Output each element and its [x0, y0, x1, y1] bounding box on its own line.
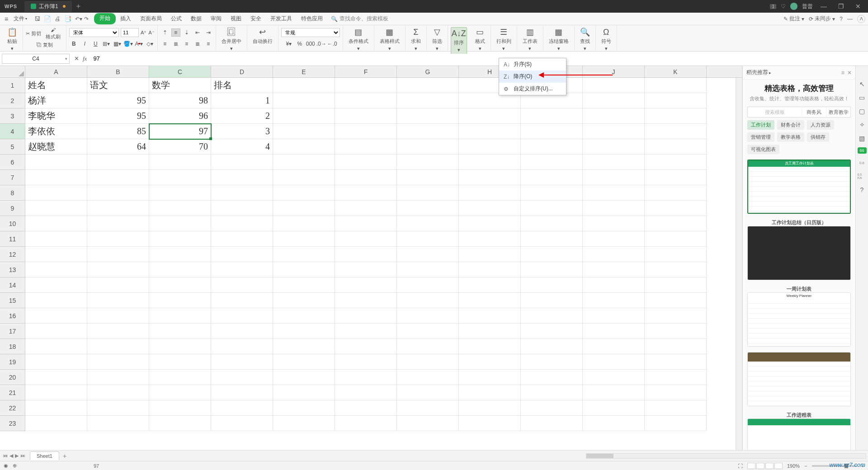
row-header[interactable]: 22 — [0, 400, 25, 416]
annotate-button[interactable]: ✎ 批注 ▾ — [783, 15, 804, 23]
zoom-level[interactable]: 190% — [787, 463, 800, 469]
cell[interactable]: 赵晓慧 — [25, 139, 87, 155]
cell[interactable] — [645, 293, 707, 308]
cell[interactable] — [397, 247, 459, 262]
cell[interactable] — [521, 324, 583, 339]
cell[interactable] — [521, 155, 583, 170]
cell[interactable] — [459, 293, 521, 308]
tab-page-layout[interactable]: 页面布局 — [136, 13, 166, 24]
horizontal-scrollbar[interactable] — [586, 453, 866, 459]
tag-hr[interactable]: 人力资源 — [807, 120, 834, 130]
cell[interactable] — [335, 108, 397, 124]
row-header[interactable]: 4 — [0, 124, 25, 139]
tag-finance[interactable]: 财务会计 — [777, 120, 804, 130]
table-style-button[interactable]: ▦表格样式▾ — [377, 27, 402, 52]
find-button[interactable]: 🔍查找▾ — [577, 27, 593, 52]
sheet-prev-icon[interactable]: ◀ — [9, 453, 13, 459]
quick-print-icon[interactable]: 📑 — [64, 15, 71, 22]
add-sheet-button[interactable]: + — [59, 452, 70, 460]
cell[interactable] — [211, 354, 273, 370]
cell[interactable] — [645, 78, 707, 93]
cell[interactable] — [87, 324, 149, 339]
file-menu[interactable]: 文件▾ — [11, 14, 30, 24]
cell[interactable] — [335, 354, 397, 370]
sheet-first-icon[interactable]: ⏮ — [3, 453, 8, 459]
row-header[interactable]: 9 — [0, 201, 25, 216]
redo-icon[interactable]: ↷ — [84, 16, 89, 22]
cell[interactable] — [25, 339, 87, 354]
cell[interactable] — [273, 339, 335, 354]
cell[interactable] — [521, 108, 583, 124]
ribbon-collapse-icon[interactable]: ᐱ — [857, 15, 865, 23]
cell[interactable] — [459, 93, 521, 108]
sheet-tab[interactable]: Sheet1 — [30, 451, 59, 460]
filter-button[interactable]: ▽筛选▾ — [429, 27, 445, 52]
cell[interactable] — [211, 339, 273, 354]
col-header-E[interactable]: E — [273, 66, 335, 77]
freeze-panes-button[interactable]: ▦冻结窗格▾ — [546, 27, 571, 52]
cell[interactable] — [459, 354, 521, 370]
decrease-font-icon[interactable]: A⁻ — [148, 30, 154, 36]
cell[interactable] — [335, 277, 397, 293]
cell[interactable] — [211, 416, 273, 431]
panel-close-icon[interactable]: ✕ — [847, 70, 852, 76]
fill-color-button[interactable]: 🪣▾ — [123, 40, 132, 48]
cell[interactable] — [273, 155, 335, 170]
tab-special[interactable]: 特色应用 — [297, 13, 327, 24]
template-item[interactable]: 员工周工作计划表 — [747, 160, 851, 214]
save-icon[interactable]: 🖫 — [34, 15, 40, 22]
increase-decimal-button[interactable]: .0→ — [317, 40, 326, 48]
cell[interactable] — [273, 216, 335, 231]
window-restore-button[interactable]: ❐ — [835, 3, 847, 10]
col-header-F[interactable]: F — [335, 66, 397, 77]
cell[interactable] — [583, 339, 645, 354]
cell[interactable] — [335, 185, 397, 201]
cell[interactable] — [149, 293, 211, 308]
cell[interactable] — [645, 139, 707, 155]
cell[interactable] — [521, 400, 583, 416]
cell[interactable] — [87, 354, 149, 370]
col-header-A[interactable]: A — [25, 66, 87, 77]
cell[interactable] — [521, 277, 583, 293]
cell[interactable] — [459, 185, 521, 201]
cell[interactable] — [459, 231, 521, 247]
format-painter-button[interactable]: 🖌格式刷 — [43, 27, 63, 40]
cell[interactable] — [211, 385, 273, 400]
cell[interactable] — [397, 324, 459, 339]
cell[interactable] — [521, 124, 583, 139]
cell[interactable] — [583, 385, 645, 400]
cell[interactable] — [149, 400, 211, 416]
cell[interactable] — [583, 78, 645, 93]
cell[interactable] — [87, 416, 149, 431]
tab-insert[interactable]: 插入 — [116, 13, 136, 24]
cell[interactable] — [211, 216, 273, 231]
cell[interactable] — [25, 155, 87, 170]
cell[interactable] — [583, 139, 645, 155]
cell[interactable] — [149, 216, 211, 231]
cell[interactable] — [335, 247, 397, 262]
format-button[interactable]: ▭格式▾ — [472, 27, 488, 52]
cell[interactable] — [459, 155, 521, 170]
panel-options-icon[interactable]: ≡ — [841, 70, 844, 76]
font-color-button[interactable]: A▾ — [134, 40, 143, 48]
fullscreen-icon[interactable]: ⛶ — [738, 463, 743, 469]
align-left-button[interactable]: ≡ — [160, 40, 170, 48]
tab-data[interactable]: 数据 — [186, 13, 206, 24]
cell[interactable] — [645, 185, 707, 201]
cell[interactable] — [25, 324, 87, 339]
cell[interactable] — [273, 324, 335, 339]
cell[interactable] — [211, 201, 273, 216]
cell[interactable] — [521, 262, 583, 277]
cell[interactable] — [459, 247, 521, 262]
perf-badge[interactable]: 66 — [858, 147, 867, 154]
cell[interactable] — [397, 385, 459, 400]
cell[interactable] — [211, 247, 273, 262]
select-all-corner[interactable] — [0, 66, 25, 77]
cell[interactable] — [583, 370, 645, 385]
cell[interactable] — [645, 247, 707, 262]
cell[interactable] — [645, 231, 707, 247]
cell[interactable] — [25, 416, 87, 431]
window-close-button[interactable]: ✕ — [852, 3, 864, 10]
cell[interactable] — [211, 231, 273, 247]
cell[interactable] — [211, 170, 273, 185]
